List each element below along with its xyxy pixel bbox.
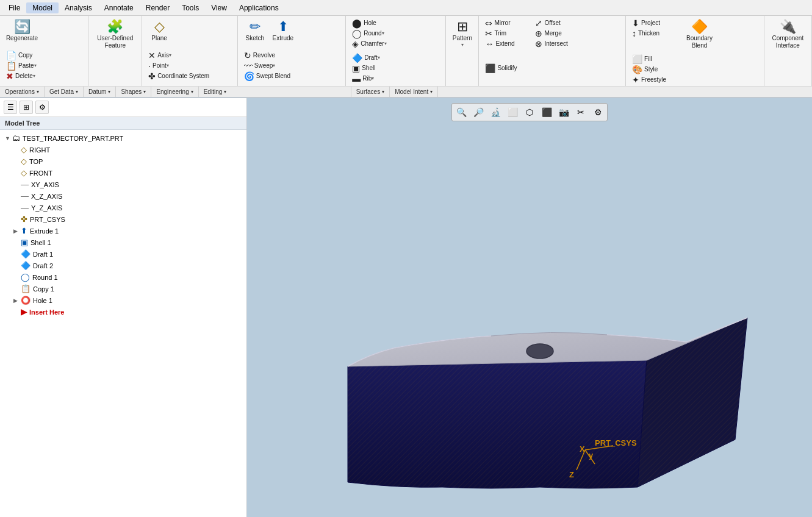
- hole-button[interactable]: ⬤ Hole: [350, 18, 398, 28]
- project-button[interactable]: ⬇ Project: [630, 18, 678, 28]
- axis-dropdown[interactable]: ▾: [169, 52, 171, 59]
- solidify-button[interactable]: ⬛ Solidify: [483, 63, 531, 73]
- sweep-dropdown[interactable]: ▾: [273, 63, 275, 69]
- tree-item-draft1[interactable]: 🔷 Draft 1: [0, 248, 246, 260]
- ribbon-label-datum[interactable]: Datum ▾: [84, 87, 116, 97]
- axis-icon: ✕: [148, 51, 156, 60]
- sidebar-btn-1[interactable]: ☰: [4, 101, 17, 114]
- tree-item-draft2[interactable]: 🔷 Draft 2: [0, 260, 246, 271]
- thicken-button[interactable]: ↕ Thicken: [630, 29, 678, 38]
- viewport[interactable]: 🔍 🔎 🔬 ⬜ ⬡ ⬛ 📷 ✂ ⚙: [247, 98, 812, 517]
- tree-item-shell1[interactable]: ▣ Shell 1: [0, 237, 246, 248]
- coord-system-button[interactable]: ✤ Coordinate System: [146, 71, 212, 81]
- ribbon-label-operations[interactable]: Operations ▾: [0, 87, 45, 97]
- vp-perspective[interactable]: 📷: [556, 105, 572, 119]
- rib-dropdown[interactable]: ▾: [372, 76, 374, 82]
- menu-analysis[interactable]: Analysis: [59, 2, 98, 13]
- paste-dropdown[interactable]: ▾: [34, 63, 37, 69]
- sidebar-btn-3[interactable]: ⚙: [35, 101, 49, 114]
- vp-zoom-in[interactable]: 🔎: [470, 105, 486, 119]
- delete-dropdown[interactable]: ▾: [33, 73, 35, 79]
- sidebar-btn-2[interactable]: ⊞: [20, 101, 33, 114]
- tree-item-right[interactable]: ◇ RIGHT: [0, 144, 246, 155]
- paste-button[interactable]: 📋 Paste ▾: [4, 61, 52, 71]
- ribbon-label-model-intent[interactable]: Model Intent ▾: [390, 87, 438, 97]
- menu-tools[interactable]: Tools: [176, 2, 205, 13]
- fill-button[interactable]: ⬜ Fill: [630, 54, 678, 64]
- boundary-blend-button[interactable]: 🔶 Boundary Blend: [680, 18, 719, 51]
- swept-blend-button[interactable]: 🌀 Swept Blend: [242, 71, 293, 81]
- vp-settings[interactable]: ⚙: [590, 105, 606, 119]
- extrude-button[interactable]: ⬆ Extrude: [270, 18, 296, 44]
- round-dropdown[interactable]: ▾: [382, 30, 384, 37]
- pattern-button[interactable]: ⊞ Pattern ▾: [449, 18, 476, 50]
- sketch-button[interactable]: ✏ Sketch: [242, 18, 268, 44]
- shell-icon: ▣: [352, 64, 360, 73]
- point-icon: ·: [148, 62, 151, 70]
- menu-applications[interactable]: Applications: [233, 2, 285, 13]
- mirror-button[interactable]: ⇔ Mirror: [483, 18, 531, 28]
- vp-zoom-fit[interactable]: 🔍: [453, 105, 469, 119]
- menu-model[interactable]: Model: [26, 2, 59, 13]
- tree-item-extrude1[interactable]: ▶ ⬆ Extrude 1: [0, 225, 246, 237]
- regenerate-button[interactable]: 🔄 Regenerate: [4, 18, 40, 44]
- tree-item-copy1[interactable]: 📋 Copy 1: [0, 283, 246, 294]
- tree-item-insert-here[interactable]: ▶ Insert Here: [0, 306, 246, 318]
- tree-item-round1[interactable]: ◯ Round 1: [0, 271, 246, 283]
- extend-button[interactable]: ↔ Extend: [483, 39, 531, 49]
- ribbon-label-get-data[interactable]: Get Data ▾: [45, 87, 84, 97]
- point-button[interactable]: · Point ▾: [146, 61, 212, 71]
- draft-button[interactable]: 🔷 Draft ▾: [350, 53, 398, 63]
- ribbon-label-shapes[interactable]: Shapes ▾: [116, 87, 151, 97]
- intersect-button[interactable]: ⊗ Intersect: [533, 39, 581, 49]
- offset-button[interactable]: ⤢ Offset: [533, 18, 581, 28]
- paste-label: Paste: [18, 62, 34, 70]
- plane-button[interactable]: ◇ Plane: [146, 18, 173, 44]
- extrude1-expand[interactable]: ▶: [13, 228, 21, 234]
- pattern-dropdown[interactable]: ▾: [461, 42, 464, 48]
- axis-button[interactable]: ✕ Axis ▾: [146, 51, 212, 60]
- revolve-button[interactable]: ↻ Revolve: [242, 51, 293, 60]
- hole1-expand[interactable]: ▶: [13, 298, 21, 304]
- menu-view[interactable]: View: [205, 2, 233, 13]
- udf-button[interactable]: 🧩 User-Defined Feature: [92, 18, 138, 51]
- extrude-icon: ⬆: [278, 20, 289, 34]
- component-interface-button[interactable]: 🔌 Component Interface: [768, 18, 808, 51]
- rib-button[interactable]: ▬ Rib ▾: [350, 74, 398, 84]
- round-button[interactable]: ◯ Round ▾: [350, 29, 398, 38]
- tree-item-xy-axis[interactable]: — XY_AXIS: [0, 179, 246, 190]
- freestyle-button[interactable]: ✦ Freestyle: [630, 75, 678, 85]
- delete-label: Delete: [15, 73, 33, 80]
- ribbon-label-engineering[interactable]: Engineering ▾: [151, 87, 198, 97]
- sweep-button[interactable]: 〰 Sweep ▾: [242, 61, 293, 71]
- chamfer-button[interactable]: ◈ Chamfer ▾: [350, 39, 398, 49]
- menu-file[interactable]: File: [2, 2, 26, 13]
- ribbon-label-surfaces[interactable]: Surfaces ▾: [351, 87, 390, 97]
- vp-standard-orient[interactable]: ⬜: [505, 105, 520, 119]
- vp-clip[interactable]: ✂: [573, 105, 589, 119]
- menu-annotate[interactable]: Annotate: [98, 2, 140, 13]
- menu-render[interactable]: Render: [140, 2, 176, 13]
- vp-saved-orient[interactable]: ⬡: [522, 105, 537, 119]
- draft-dropdown[interactable]: ▾: [378, 55, 380, 61]
- merge-button[interactable]: ⊕ Merge: [533, 29, 581, 38]
- ribbon-label-editing[interactable]: Editing ▾: [199, 87, 351, 97]
- tree-item-yz-axis[interactable]: — Y_Z_AXIS: [0, 202, 246, 213]
- vp-display-style[interactable]: ⬛: [539, 105, 555, 119]
- point-dropdown[interactable]: ▾: [167, 63, 169, 69]
- shell-button[interactable]: ▣ Shell: [350, 63, 398, 73]
- vp-zoom-out[interactable]: 🔬: [487, 105, 503, 119]
- tree-item-hole1[interactable]: ▶ ⭕ Hole 1: [0, 294, 246, 306]
- tree-root[interactable]: ▼ 🗂 TEST_TRAJECTORY_PART.PRT: [0, 132, 246, 144]
- delete-button[interactable]: ✖ Delete ▾: [4, 71, 52, 81]
- style-button[interactable]: 🎨 Style: [630, 65, 678, 74]
- trim-button[interactable]: ✂ Trim: [483, 29, 531, 38]
- tree-item-prt-csys[interactable]: ✤ PRT_CSYS: [0, 213, 246, 225]
- tree-item-xz-axis[interactable]: — X_Z_AXIS: [0, 190, 246, 202]
- rib-label: Rib: [362, 75, 372, 82]
- tree-item-front[interactable]: ◇ FRONT: [0, 167, 246, 179]
- chamfer-dropdown[interactable]: ▾: [384, 41, 387, 47]
- xy-axis-icon: —: [21, 180, 29, 189]
- copy-button[interactable]: 📄 Copy: [4, 51, 52, 60]
- tree-item-top[interactable]: ◇ TOP: [0, 155, 246, 167]
